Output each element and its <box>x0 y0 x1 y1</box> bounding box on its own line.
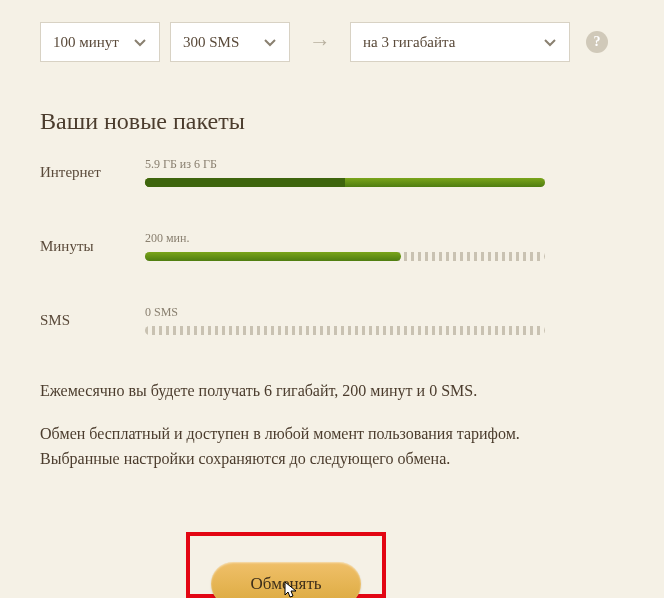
package-internet-bar <box>145 178 545 187</box>
package-sms-amount: 0 SMS <box>145 305 624 320</box>
package-minutes-label: Минуты <box>40 238 145 255</box>
package-minutes-fill <box>145 252 401 261</box>
chevron-down-icon <box>543 35 557 49</box>
info-line-2: Обмен бесплатный и доступен в любой моме… <box>40 422 600 472</box>
select-target[interactable]: на 3 гигабайта <box>350 22 570 62</box>
package-internet-dark <box>145 178 345 187</box>
exchange-button[interactable]: Обменять <box>211 562 361 598</box>
chevron-down-icon <box>263 35 277 49</box>
package-sms-bar <box>145 326 545 335</box>
package-internet-amount: 5.9 ГБ из 6 ГБ <box>145 157 624 172</box>
cta-highlight: Обменять <box>186 532 386 598</box>
package-minutes: Минуты 200 мин. <box>40 231 624 261</box>
package-internet: Интернет 5.9 ГБ из 6 ГБ <box>40 157 624 187</box>
select-target-value: на 3 гигабайта <box>363 34 455 51</box>
package-internet-label: Интернет <box>40 164 145 181</box>
select-minutes[interactable]: 100 минут <box>40 22 160 62</box>
select-sms-value: 300 SMS <box>183 34 239 51</box>
package-sms-label: SMS <box>40 312 145 329</box>
select-sms[interactable]: 300 SMS <box>170 22 290 62</box>
exchange-row: 100 минут 300 SMS → на 3 гигабайта ? <box>40 0 624 62</box>
exchange-button-label: Обменять <box>250 574 321 594</box>
package-minutes-bar <box>145 252 545 261</box>
package-sms: SMS 0 SMS <box>40 305 624 335</box>
package-minutes-amount: 200 мин. <box>145 231 624 246</box>
arrow-right-icon: → <box>300 29 340 55</box>
chevron-down-icon <box>133 35 147 49</box>
help-icon[interactable]: ? <box>586 31 608 53</box>
select-minutes-value: 100 минут <box>53 34 119 51</box>
info-line-1: Ежемесячно вы будете получать 6 гигабайт… <box>40 379 600 404</box>
packages-heading: Ваши новые пакеты <box>40 108 624 135</box>
